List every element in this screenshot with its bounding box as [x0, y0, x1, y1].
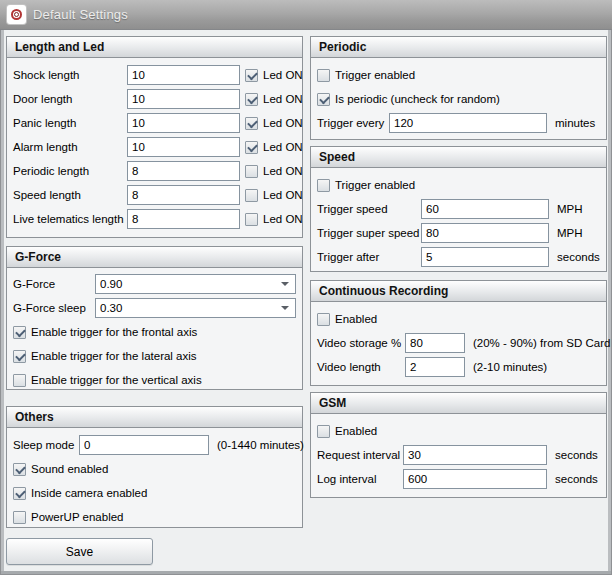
left-column: Length and Led Shock length Led ON Door … [6, 36, 303, 565]
group-others: Others Sleep mode (0-1440 minutes) Sound… [6, 406, 303, 528]
group-title: Periodic [311, 37, 606, 58]
checkbox-row: PowerUP enabled [13, 505, 296, 529]
speed-length-input[interactable] [127, 185, 240, 205]
led-on-checkbox[interactable] [245, 117, 258, 130]
save-button[interactable]: Save [6, 538, 153, 565]
log-interval-input[interactable] [403, 469, 547, 489]
sleep-mode-input[interactable] [79, 435, 209, 455]
led-on-checkbox[interactable] [245, 141, 258, 154]
right-column: Periodic Trigger enabled Is periodic (un… [310, 36, 607, 498]
checkbox-row: Is periodic (uncheck for random) [317, 87, 600, 111]
door-length-input[interactable] [127, 89, 240, 109]
group-body: Enabled Video storage % (20% - 90%) from… [311, 302, 606, 383]
led-on-checkbox[interactable] [245, 165, 258, 178]
app-icon [7, 5, 26, 24]
periodic-trigger-enabled-checkbox[interactable] [317, 69, 330, 82]
gforce-sleep-dropdown[interactable]: 0.30 [95, 298, 296, 318]
group-length-and-led: Length and Led Shock length Led ON Door … [6, 36, 303, 238]
periodic-length-input[interactable] [127, 161, 240, 181]
field-row: Trigger super speed MPH [317, 221, 600, 245]
group-gsm: GSM Enabled Request interval seconds Log… [310, 392, 607, 498]
checkbox-label: Enable trigger for the vertical axis [31, 374, 202, 386]
field-label: Speed length [13, 189, 127, 201]
group-speed: Speed Trigger enabled Trigger speed MPH … [310, 146, 607, 272]
dropdown-value: 0.90 [100, 278, 122, 290]
field-unit: minutes [555, 117, 595, 129]
field-hint: (2-10 minutes) [473, 361, 547, 373]
trigger-super-speed-input[interactable] [421, 223, 549, 243]
continuous-enabled-checkbox[interactable] [317, 313, 330, 326]
live-telematics-length-input[interactable] [127, 209, 240, 229]
group-body: Shock length Led ON Door length Led ON P… [7, 58, 302, 235]
checkbox-row: Enable trigger for the vertical axis [13, 368, 296, 392]
field-label: Trigger speed [317, 203, 421, 215]
trigger-every-input[interactable] [389, 113, 547, 133]
inside-camera-checkbox[interactable] [13, 487, 26, 500]
field-label: Video storage % [317, 337, 405, 349]
alarm-length-input[interactable] [127, 137, 240, 157]
field-unit: seconds [555, 449, 598, 461]
checkbox-label: Sound enabled [31, 463, 108, 475]
trigger-speed-input[interactable] [421, 199, 549, 219]
checkbox-label: Enabled [335, 313, 377, 325]
field-label: Panic length [13, 117, 127, 129]
field-unit: seconds [557, 251, 600, 263]
frontal-axis-checkbox[interactable] [13, 326, 26, 339]
request-interval-input[interactable] [403, 445, 547, 465]
field-row: G-Force 0.90 [13, 272, 296, 296]
checkbox-label: Led ON [263, 117, 303, 129]
powerup-enabled-checkbox[interactable] [13, 511, 26, 524]
group-title: Others [7, 407, 302, 428]
trigger-after-input[interactable] [421, 247, 549, 267]
led-on-checkbox[interactable] [245, 189, 258, 202]
chevron-down-icon [281, 306, 289, 310]
chevron-down-icon [281, 282, 289, 286]
group-body: G-Force 0.90 G-Force sleep 0.30 Enable [7, 268, 302, 396]
field-row: Speed length Led ON [13, 183, 296, 207]
checkbox-label: Led ON [263, 213, 303, 225]
video-length-input[interactable] [405, 357, 465, 377]
checkbox-row: Trigger enabled [317, 173, 600, 197]
panic-length-input[interactable] [127, 113, 240, 133]
checkbox-label: Is periodic (uncheck for random) [335, 93, 500, 105]
lateral-axis-checkbox[interactable] [13, 350, 26, 363]
field-label: Trigger every [317, 117, 389, 129]
checkbox-label: Enable trigger for the lateral axis [31, 350, 197, 362]
checkbox-label: Led ON [263, 189, 303, 201]
field-row: Panic length Led ON [13, 111, 296, 135]
group-continuous-recording: Continuous Recording Enabled Video stora… [310, 280, 607, 386]
checkbox-row: Enabled [317, 307, 600, 331]
speed-trigger-enabled-checkbox[interactable] [317, 179, 330, 192]
group-title: G-Force [7, 247, 302, 268]
checkbox-row: Enabled [317, 419, 600, 443]
vertical-axis-checkbox[interactable] [13, 374, 26, 387]
group-title: Speed [311, 147, 606, 168]
app-icon-ring [11, 9, 22, 20]
field-row: Trigger after seconds [317, 245, 600, 269]
field-unit: MPH [557, 227, 583, 239]
led-on-checkbox[interactable] [245, 93, 258, 106]
dropdown-value: 0.30 [100, 302, 122, 314]
checkbox-row: Enable trigger for the lateral axis [13, 344, 296, 368]
video-storage-input[interactable] [405, 333, 465, 353]
field-hint: (20% - 90%) from SD Card [473, 337, 610, 349]
led-on-checkbox[interactable] [245, 69, 258, 82]
gsm-enabled-checkbox[interactable] [317, 425, 330, 438]
field-label: Periodic length [13, 165, 127, 177]
gforce-dropdown[interactable]: 0.90 [95, 274, 296, 294]
field-row: Request interval seconds [317, 443, 600, 467]
field-hint: (0-1440 minutes) [217, 439, 304, 451]
field-label: Trigger after [317, 251, 421, 263]
field-label: G-Force [13, 278, 95, 290]
group-title: GSM [311, 393, 606, 414]
field-row: G-Force sleep 0.30 [13, 296, 296, 320]
group-title: Length and Led [7, 37, 302, 58]
led-on-checkbox[interactable] [245, 213, 258, 226]
checkbox-label: Led ON [263, 69, 303, 81]
sound-enabled-checkbox[interactable] [13, 463, 26, 476]
field-row: Periodic length Led ON [13, 159, 296, 183]
field-label: Log interval [317, 473, 403, 485]
is-periodic-checkbox[interactable] [317, 93, 330, 106]
field-row: Live telematics length Led ON [13, 207, 296, 231]
shock-length-input[interactable] [127, 65, 240, 85]
